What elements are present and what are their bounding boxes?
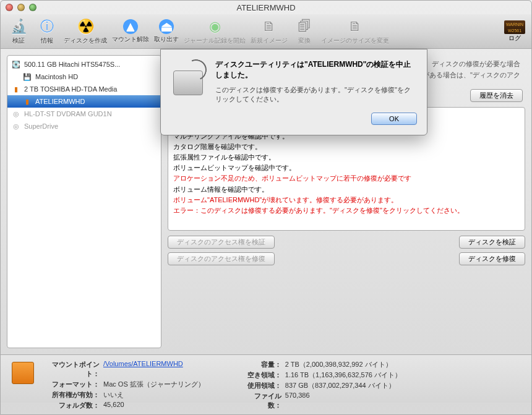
dialog-text: このディスクは修復する必要があります。"ディスクを修復"をクリックしてください。: [215, 85, 417, 104]
log-icon: WARNINW2561: [504, 20, 525, 34]
alert-dialog: ディスクユーティリティは"ATELIERMWHD"の検証を中止しました。 このデ…: [160, 49, 427, 135]
verify-disk-button[interactable]: ディスクを検証: [459, 236, 525, 249]
log-line: カタログ階層を確認中です。: [173, 142, 520, 152]
optical-icon: ◎: [11, 121, 21, 131]
footer-label: フォルダ数：: [41, 401, 103, 410]
sidebar-item-superdrive[interactable]: ◎ SuperDrive: [7, 120, 161, 132]
footer-value: 570,386: [285, 391, 310, 410]
footer-label: フォーマット：: [41, 380, 103, 389]
log-line: エラー：このディスクは修復する必要があります。"ディスクを修復"をクリックしてく…: [173, 205, 520, 216]
unmount-icon: ▲: [123, 19, 138, 34]
resize-icon: 🗎: [346, 18, 364, 35]
toolbar: 🔬 検証 ⓘ 情報 ☢️ ディスクを作成 ▲ マウント解除 ⏏ 取り出す ◉ ジ…: [1, 14, 531, 49]
toolbar-verify[interactable]: 🔬 検証: [4, 17, 33, 46]
footer-label: 所有権が有効：: [41, 390, 103, 400]
sidebar-item-label: 500.11 GB Hitachi HTS5475S...: [24, 61, 120, 68]
convert-icon: 🗐: [296, 18, 313, 35]
sidebar-item-toshiba[interactable]: ▮ 2 TB TOSHIBA HD-TDA Media: [7, 83, 161, 95]
sidebar-item-label: 2 TB TOSHIBA HD-TDA Media: [24, 85, 117, 93]
footer-label: 容量：: [242, 360, 285, 369]
sidebar-item-ateliermwhd[interactable]: ▮ ATELIERMWHD: [7, 95, 161, 108]
footer-label: 空き領域：: [242, 370, 285, 380]
burn-icon: ☢️: [77, 18, 94, 35]
hdd-icon: 💽: [11, 59, 21, 69]
sidebar-item-hitachi[interactable]: 💽 500.11 GB Hitachi HTS5475S...: [7, 58, 161, 71]
toolbar-label: ジャーナル記録を開始: [184, 36, 246, 45]
toolbar-label: 検証: [12, 36, 25, 45]
sidebar-item-label: Macintosh HD: [35, 73, 78, 80]
zoom-icon[interactable]: [29, 4, 36, 11]
repair-permissions-button: ディスクのアクセス権を修復: [168, 252, 275, 265]
toolbar-newimage: 🗎 新規イメージ: [248, 17, 290, 46]
log-line: ボリューム情報を確認中です。: [173, 184, 520, 195]
mount-point-link[interactable]: /Volumes/ATELIERMWHD: [103, 360, 183, 367]
toolbar-convert: 🗐 変換: [290, 17, 319, 46]
volume-large-icon: [12, 362, 34, 384]
disk-utility-icon: [171, 59, 207, 95]
toolbar-label: 新規イメージ: [251, 36, 288, 45]
traffic-lights: [6, 4, 36, 11]
action-buttons: ディスクのアクセス権を検証 ディスクを検証 ディスクのアクセス権を修復 ディスク…: [168, 236, 525, 265]
toolbar-burn[interactable]: ☢️ ディスクを作成: [61, 17, 109, 46]
sidebar-item-label: HL-DT-ST DVDRAM GUD1N: [24, 110, 112, 118]
new-image-icon: 🗎: [260, 18, 278, 35]
footer-label: マウントポイント：: [41, 360, 103, 379]
clear-history-button[interactable]: 履歴を消去: [470, 89, 523, 102]
footer-value: 837 GB（837,002,297,344 バイト）: [285, 381, 395, 390]
toolbar-label: 情報: [41, 36, 53, 45]
close-icon[interactable]: [6, 4, 13, 11]
info-icon: ⓘ: [38, 18, 56, 35]
minimize-icon[interactable]: [17, 4, 25, 11]
journal-icon: ◉: [206, 18, 223, 35]
toolbar-label: イメージのサイズを変更: [321, 36, 389, 45]
toolbar-info[interactable]: ⓘ 情報: [33, 17, 61, 46]
log-line: ボリュームビットマップを確認中です。: [173, 163, 520, 173]
ok-button[interactable]: OK: [371, 113, 417, 125]
disk-utility-window: ATELIERMWHD 🔬 検証 ⓘ 情報 ☢️ ディスクを作成 ▲ マウント解…: [0, 0, 532, 415]
footer-label: ファイル数：: [242, 391, 285, 410]
external-hdd-icon: ▮: [11, 84, 21, 94]
microscope-icon: 🔬: [10, 18, 27, 35]
eject-icon: ⏏: [159, 19, 174, 34]
window-title: ATELIERMWHD: [1, 3, 531, 12]
footer-value: Mac OS 拡張（ジャーナリング）: [103, 380, 205, 389]
toolbar-unmount[interactable]: ▲ マウント解除: [109, 18, 152, 45]
footer-value: 45,620: [103, 401, 124, 410]
footer-label: 使用領域：: [242, 381, 285, 390]
volume-icon: 💾: [22, 72, 32, 82]
footer-value: 1.16 TB（1,163,396,632,576 バイト）: [285, 370, 401, 380]
footer-value: いいえ: [103, 390, 124, 400]
sidebar-item-label: SuperDrive: [24, 122, 58, 130]
external-volume-icon: ▮: [22, 96, 32, 106]
sidebar: 💽 500.11 GB Hitachi HTS5475S... 💾 Macint…: [7, 55, 161, 348]
toolbar-resize: 🗎 イメージのサイズを変更: [319, 17, 392, 46]
optical-icon: ◎: [11, 109, 21, 119]
sidebar-item-macintosh-hd[interactable]: 💾 Macintosh HD: [7, 71, 161, 83]
footer-value: 2 TB（2,000,398,932,992 バイト）: [285, 360, 392, 369]
log-line: 拡張属性ファイルを確認中です。: [173, 152, 520, 163]
dialog-title: ディスクユーティリティは"ATELIERMWHD"の検証を中止しました。: [215, 59, 417, 80]
footer-info: マウントポイント：/Volumes/ATELIERMWHD フォーマット：Mac…: [1, 354, 531, 403]
toolbar-label: ディスクを作成: [64, 36, 107, 45]
titlebar: ATELIERMWHD: [1, 1, 531, 14]
toolbar-label: マウント解除: [112, 35, 149, 44]
toolbar-label: ログ: [508, 34, 521, 43]
verify-permissions-button: ディスクのアクセス権を検証: [168, 236, 275, 249]
repair-disk-button[interactable]: ディスクを修復: [459, 252, 525, 265]
toolbar-label: 変換: [298, 36, 311, 45]
sidebar-item-dvdram[interactable]: ◎ HL-DT-ST DVDRAM GUD1N: [7, 108, 161, 120]
toolbar-journal: ◉ ジャーナル記録を開始: [181, 17, 248, 46]
sidebar-item-label: ATELIERMWHD: [35, 98, 85, 105]
log-line: ボリューム"ATELIERMWHD"が壊れています。修復する必要があります。: [173, 195, 520, 205]
toolbar-eject[interactable]: ⏏ 取り出す: [152, 18, 181, 45]
toolbar-label: 取り出す: [154, 35, 179, 44]
toolbar-log[interactable]: WARNINW2561 ログ: [502, 20, 528, 41]
log-line: アロケーション不足のため、ボリュームビットマップに若干の修復が必要です: [173, 173, 520, 184]
